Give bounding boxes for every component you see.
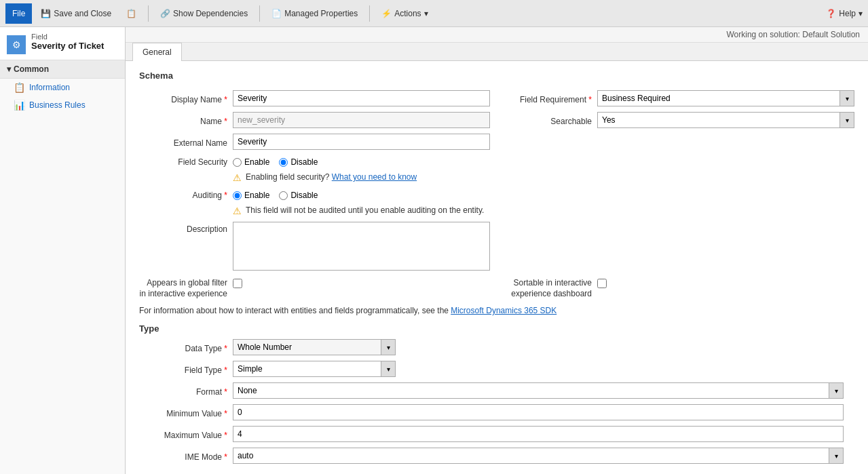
sortable-group: Sortable in interactive experience dashb… <box>504 276 854 299</box>
field-icon: ⚙ <box>7 35 26 54</box>
warning-icon-security: ⚠ <box>233 172 242 183</box>
separator-3 <box>369 5 370 22</box>
searchable-select-wrapper: Yes No ▾ <box>597 112 854 128</box>
auditing-warning: ⚠ This field will not be audited until y… <box>233 205 854 216</box>
global-filter-group: Appears in global filter in interactive … <box>139 276 490 299</box>
sidebar-item-information[interactable]: 📋 Information <box>0 79 125 96</box>
file-button[interactable]: File <box>5 3 32 24</box>
field-security-group: Field Security Enable Disable <box>139 155 490 167</box>
field-requirement-label: Field Requirement * <box>504 93 592 104</box>
ime-mode-row: IME Mode * auto active inactive disabled… <box>139 448 854 464</box>
field-security-label: Field Security <box>139 155 227 167</box>
field-security-enable-label[interactable]: Enable <box>233 157 269 167</box>
field-security-row: Field Security Enable Disable <box>139 155 854 167</box>
sidebar-field-label: Field <box>31 33 104 41</box>
actions-button[interactable]: ⚡ Actions ▾ <box>375 3 434 24</box>
sdk-link[interactable]: Microsoft Dynamics 365 SDK <box>451 306 556 315</box>
display-name-input[interactable]: Severity <box>233 90 490 106</box>
ime-mode-select-wrapper: auto active inactive disabled ▾ <box>233 448 844 464</box>
field-req-required: * <box>588 95 592 104</box>
field-type-select-wrapper: Simple ▾ <box>233 361 396 377</box>
help-chevron-icon: ▾ <box>858 9 863 18</box>
external-name-input[interactable] <box>233 134 490 150</box>
warning-icon-auditing: ⚠ <box>233 205 242 216</box>
name-row: Name * Searchable Yes No ▾ <box>139 112 854 128</box>
format-select-wrapper: None ▾ <box>233 382 844 399</box>
dependencies-icon: 🔗 <box>160 9 170 18</box>
format-label: Format * <box>139 385 227 397</box>
min-value-label: Minimum Value * <box>139 407 227 418</box>
searchable-group: Searchable Yes No ▾ <box>504 112 854 128</box>
display-name-group: Display Name * Severity <box>139 90 490 106</box>
auditing-disable-radio[interactable] <box>279 191 288 200</box>
actions-icon: ⚡ <box>381 9 392 18</box>
field-security-disable-label[interactable]: Disable <box>279 157 318 167</box>
ime-mode-select[interactable]: auto active inactive disabled <box>233 448 844 464</box>
external-name-row: External Name <box>139 134 854 150</box>
data-type-select-wrapper: Whole Number ▾ <box>233 339 396 355</box>
sortable-label: Sortable in interactive experience dashb… <box>504 276 592 299</box>
sortable-checkbox[interactable] <box>597 279 607 288</box>
managed-icon: 📄 <box>271 9 282 18</box>
sidebar-common-section: ▾ Common <box>0 60 125 79</box>
managed-properties-button[interactable]: 📄 Managed Properties <box>265 3 364 24</box>
data-type-row: Data Type * Whole Number ▾ <box>139 339 854 355</box>
form-content: Schema Display Name * Severity Field Req… <box>126 61 868 474</box>
auditing-disable-label[interactable]: Disable <box>279 191 318 200</box>
max-value-input[interactable] <box>233 426 844 442</box>
min-value-input[interactable] <box>233 404 844 420</box>
separator-2 <box>259 5 260 22</box>
tab-general[interactable]: General <box>132 43 182 61</box>
tab-bar: General <box>126 43 868 61</box>
ime-mode-label: IME Mode * <box>139 450 227 462</box>
field-requirement-select[interactable]: Business Required Optional Business Reco… <box>597 90 854 106</box>
toolbar-extra-button[interactable]: 📋 <box>120 3 143 24</box>
auditing-radio-group: Enable Disable <box>233 189 318 200</box>
external-name-label: External Name <box>139 136 227 148</box>
save-close-icon: 💾 <box>41 9 51 18</box>
data-type-label: Data Type * <box>139 342 227 353</box>
description-group: Description <box>139 222 490 271</box>
sidebar-item-business-rules[interactable]: 📊 Business Rules <box>0 96 125 114</box>
working-on-bar: Working on solution: Default Solution <box>126 27 868 43</box>
auditing-enable-radio[interactable] <box>233 191 242 200</box>
actions-chevron-icon: ▾ <box>424 9 428 18</box>
sidebar-field-title: Severity of Ticket <box>31 41 104 51</box>
format-select[interactable]: None <box>233 382 844 399</box>
information-icon: 📋 <box>14 82 25 93</box>
sidebar-header-text: Field Severity of Ticket <box>31 33 104 51</box>
field-security-radio-group: Enable Disable <box>233 155 318 167</box>
description-textarea[interactable] <box>233 222 490 271</box>
display-name-label: Display Name * <box>139 93 227 104</box>
field-security-link[interactable]: What you need to know <box>332 172 417 182</box>
global-filter-checkbox[interactable] <box>233 279 242 288</box>
auditing-row: Auditing * Enable Disable <box>139 189 854 200</box>
global-filter-label: Appears in global filter in interactive … <box>139 276 227 299</box>
format-row: Format * None ▾ <box>139 382 854 399</box>
display-name-row: Display Name * Severity Field Requiremen… <box>139 90 854 106</box>
toolbar: File 💾 Save and Close 📋 🔗 Show Dependenc… <box>0 0 868 27</box>
content-area: Working on solution: Default Solution Ge… <box>126 27 868 474</box>
field-type-select[interactable]: Simple <box>233 361 396 377</box>
data-type-select[interactable]: Whole Number <box>233 339 396 355</box>
searchable-select[interactable]: Yes No <box>597 112 854 128</box>
auditing-enable-label[interactable]: Enable <box>233 191 269 200</box>
save-close-button[interactable]: 💾 Save and Close <box>35 3 117 24</box>
sidebar-header: ⚙ Field Severity of Ticket <box>0 27 125 60</box>
extra-icon: 📋 <box>126 9 136 18</box>
field-requirement-group: Field Requirement * Business Required Op… <box>504 90 854 106</box>
type-section-title: Type <box>139 323 854 334</box>
min-value-row: Minimum Value * <box>139 404 854 420</box>
max-value-row: Maximum Value * <box>139 426 854 442</box>
auditing-label: Auditing * <box>139 189 227 200</box>
field-requirement-select-wrapper: Business Required Optional Business Reco… <box>597 90 854 106</box>
separator-1 <box>148 5 149 22</box>
filter-sortable-row: Appears in global filter in interactive … <box>139 276 854 299</box>
field-security-enable-radio[interactable] <box>233 158 242 167</box>
field-security-warning: ⚠ Enabling field security? What you need… <box>233 172 854 183</box>
field-security-disable-radio[interactable] <box>279 158 288 167</box>
auditing-group: Auditing * Enable Disable <box>139 189 490 200</box>
help-button[interactable]: ❓ Help ▾ <box>826 9 863 18</box>
name-input[interactable] <box>233 112 490 128</box>
show-dependencies-button[interactable]: 🔗 Show Dependencies <box>154 3 254 24</box>
